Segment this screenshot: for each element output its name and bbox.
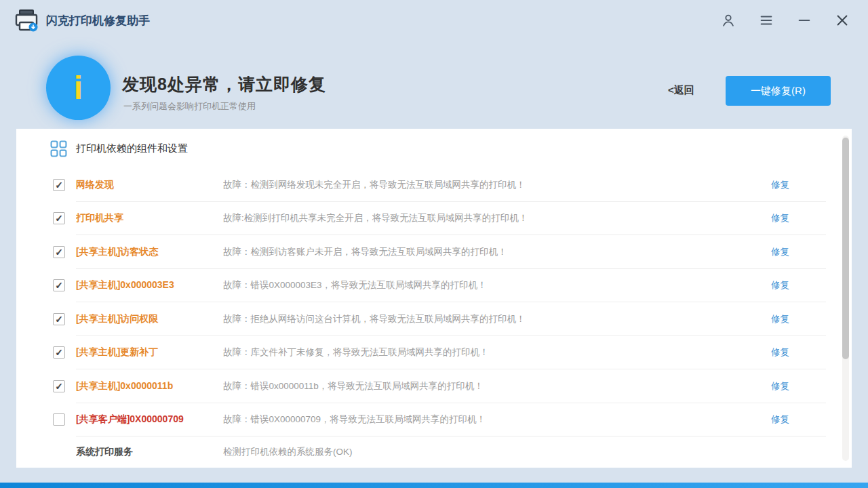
- issue-label: [共享主机]0x000003E3: [76, 279, 223, 291]
- app-title: 闪克打印机修复助手: [46, 13, 150, 28]
- back-link[interactable]: <返回: [668, 84, 694, 97]
- issue-row: [共享主机]更新补丁 故障：库文件补丁未修复，将导致无法互联局域网共享的打印机！…: [16, 336, 852, 370]
- fix-link[interactable]: 修复: [771, 212, 789, 224]
- issue-checkbox[interactable]: [53, 279, 65, 291]
- issue-label: 系统打印服务: [76, 446, 223, 458]
- issue-label: [共享主机]访问权限: [76, 313, 223, 325]
- issue-checkbox[interactable]: [53, 179, 65, 191]
- issue-label: [共享客户端]0X00000709: [76, 413, 223, 426]
- issue-row: 网络发现 故障：检测到网络发现未完全开启，将导致无法互联局域网共享的打印机！ 修…: [16, 168, 852, 202]
- bottom-progress-bar: [0, 483, 868, 488]
- section-title: 打印机依赖的组件和设置: [76, 142, 188, 155]
- issue-checkbox[interactable]: [53, 313, 65, 325]
- issue-label: [共享主机]更新补丁: [76, 346, 223, 359]
- issue-label: 打印机共享: [76, 212, 223, 224]
- issue-description: 故障：库文件补丁未修复，将导致无法互联局域网共享的打印机！: [223, 346, 771, 359]
- issue-label: [共享主机]访客状态: [76, 246, 223, 258]
- fix-link[interactable]: 修复: [771, 380, 789, 392]
- issue-description: 故障：错误0x0000011b，将导致无法互联局域网共享的打印机！: [223, 380, 771, 392]
- issue-description: 故障:检测到打印机共享未完全开启，将导致无法互联局域网共享的打印机！: [223, 212, 771, 224]
- fix-link[interactable]: 修复: [771, 179, 789, 191]
- issue-checkbox[interactable]: [53, 246, 65, 258]
- fix-link[interactable]: 修复: [771, 413, 789, 426]
- close-icon[interactable]: [834, 12, 850, 28]
- issue-row: [共享主机]0x000003E3 故障：错误0X000003E3，将导致无法互联…: [16, 269, 852, 303]
- fix-link[interactable]: 修复: [771, 279, 789, 291]
- section-header: 打印机依赖的组件和设置: [16, 129, 852, 168]
- issue-checkbox[interactable]: [53, 346, 65, 359]
- issue-checkbox[interactable]: [53, 413, 65, 426]
- issue-row: 系统打印服务 检测打印机依赖的系统服务(OK): [16, 436, 852, 468]
- issue-row: [共享主机]0x0000011b 故障：错误0x0000011b，将导致无法互联…: [16, 369, 852, 403]
- issue-checkbox[interactable]: [53, 380, 65, 392]
- issue-row: [共享客户端]0X00000709 故障：错误0X00000709，将导致无法互…: [16, 403, 852, 437]
- repair-all-button[interactable]: 一键修复(R): [726, 76, 831, 106]
- issue-description: 故障：错误0X000003E3，将导致无法互联局域网共享的打印机！: [223, 279, 771, 291]
- fix-link[interactable]: 修复: [771, 246, 789, 258]
- scan-result-title: 发现8处异常，请立即修复: [122, 73, 326, 96]
- scan-result-subtitle: 一系列问题会影响打印机正常使用: [123, 100, 256, 113]
- printer-app-icon: [14, 8, 39, 33]
- issue-label: 网络发现: [76, 179, 223, 191]
- title-bar: 闪克打印机修复助手: [0, 0, 868, 41]
- issue-list: 网络发现 故障：检测到网络发现未完全开启，将导致无法互联局域网共享的打印机！ 修…: [16, 168, 852, 468]
- issue-checkbox[interactable]: [53, 212, 65, 224]
- issue-label: [共享主机]0x0000011b: [76, 380, 223, 392]
- user-icon[interactable]: [720, 12, 736, 28]
- window-controls: [720, 12, 850, 28]
- fix-link[interactable]: 修复: [771, 313, 789, 325]
- issue-description: 故障：错误0X00000709，将导致无法互联局域网共享的打印机！: [223, 413, 771, 426]
- issue-row: [共享主机]访问权限 故障：拒绝从网络访问这台计算机，将导致无法互联局域网共享的…: [16, 302, 852, 336]
- issue-description: 故障：检测到访客账户未开启，将导致无法互联局域网共享的打印机！: [223, 246, 771, 258]
- menu-icon[interactable]: [758, 12, 774, 28]
- minimize-icon[interactable]: [796, 12, 812, 28]
- issue-description: 故障：检测到网络发现未完全开启，将导致无法互联局域网共享的打印机！: [223, 179, 771, 191]
- issue-row: [共享主机]访客状态 故障：检测到访客账户未开启，将导致无法互联局域网共享的打印…: [16, 235, 852, 269]
- issue-description: 检测打印机依赖的系统服务(OK): [223, 446, 789, 458]
- issue-description: 故障：拒绝从网络访问这台计算机，将导致无法互联局域网共享的打印机！: [223, 313, 771, 325]
- issue-row: 打印机共享 故障:检测到打印机共享未完全开启，将导致无法互联局域网共享的打印机！…: [16, 202, 852, 236]
- fix-link[interactable]: 修复: [771, 346, 789, 359]
- info-icon: i: [46, 56, 111, 120]
- scrollbar-thumb[interactable]: [842, 138, 849, 359]
- issues-panel: 打印机依赖的组件和设置 网络发现 故障：检测到网络发现未完全开启，将导致无法互联…: [16, 129, 852, 468]
- grid-icon: [50, 140, 67, 157]
